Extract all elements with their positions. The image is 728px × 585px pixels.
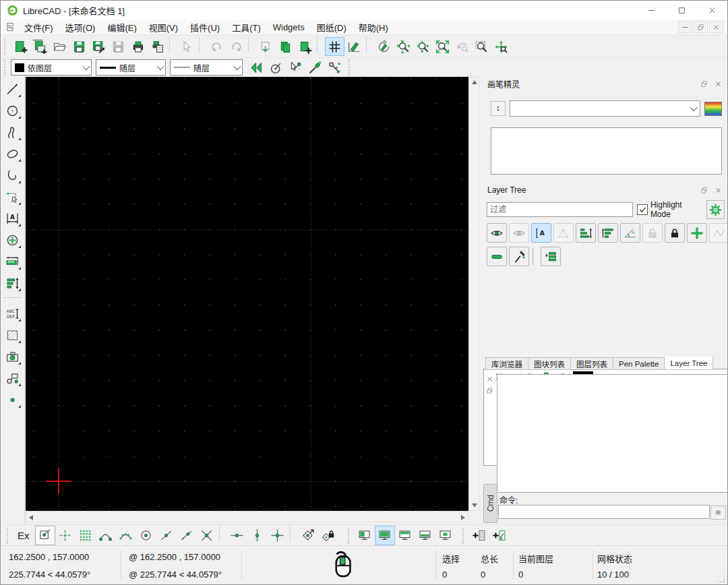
snap-free-button[interactable]	[35, 526, 55, 545]
command-history[interactable]	[497, 374, 728, 493]
menu-help[interactable]: 帮助(H)	[353, 20, 394, 34]
tab-pen-palette[interactable]: Pen Palette	[613, 357, 665, 370]
layers-construction-button[interactable]	[553, 223, 574, 243]
layer-filter-input[interactable]	[487, 202, 633, 217]
dimension-tool-button[interactable]: A	[2, 209, 23, 228]
lock-relative-zero-button[interactable]	[318, 526, 338, 545]
layers-hide-all-button[interactable]	[509, 223, 529, 243]
panel-close-button[interactable]	[712, 79, 724, 89]
file-open-button[interactable]	[50, 37, 69, 56]
file-save-all-button[interactable]	[109, 37, 128, 56]
draw-line-button[interactable]	[2, 80, 23, 99]
horizontal-scrollbar[interactable]	[26, 512, 468, 522]
draw-spline-button[interactable]	[2, 123, 23, 142]
layers-angle-button[interactable]: A	[620, 223, 640, 243]
drawing-canvas[interactable]	[26, 77, 468, 511]
pen-favorites-list[interactable]	[491, 127, 722, 175]
zoom-pan-button[interactable]	[491, 37, 511, 56]
menu-options[interactable]: 选项(O)	[59, 20, 102, 34]
file-save-as-button[interactable]	[89, 37, 109, 56]
measure-tool-button[interactable]	[2, 252, 23, 272]
layer-settings-button[interactable]	[706, 200, 725, 219]
pen-brush-button[interactable]	[305, 58, 325, 77]
panel-close-button[interactable]	[712, 185, 724, 195]
zoom-window-button[interactable]	[472, 37, 491, 56]
select-tool-button[interactable]	[2, 187, 23, 207]
pen-back-button[interactable]	[247, 58, 266, 77]
draw-hatch-button[interactable]	[2, 326, 23, 345]
layers-measure-button[interactable]	[709, 223, 728, 243]
dock-top-button[interactable]	[395, 526, 415, 545]
color-palette-button[interactable]	[704, 102, 722, 116]
cut-button[interactable]	[256, 37, 276, 56]
command-float-button[interactable]	[484, 386, 495, 396]
command-input[interactable]	[498, 505, 710, 519]
mdi-close-button[interactable]	[709, 21, 723, 33]
file-save-button[interactable]	[69, 37, 89, 56]
toolbar-handle[interactable]	[7, 528, 11, 544]
file-new-button[interactable]	[11, 37, 30, 56]
layers-rename-button[interactable]: A	[531, 223, 551, 243]
restrict-orthogonal-button[interactable]	[268, 526, 288, 545]
zoom-auto-button[interactable]	[433, 37, 452, 56]
layers-unlock-button[interactable]	[642, 223, 663, 243]
draft-mode-button[interactable]	[344, 37, 364, 56]
tab-block-list[interactable]: 图块列表	[528, 357, 571, 370]
pen-copy-button[interactable]	[325, 58, 344, 77]
pen-angle-button[interactable]	[266, 58, 286, 77]
highlight-mode-toggle[interactable]: Highlight Mode	[637, 200, 702, 219]
draw-ellipse-button[interactable]	[2, 144, 23, 164]
restrict-vertical-button[interactable]	[247, 526, 268, 545]
snap-distance-button[interactable]	[177, 526, 197, 545]
paste-button[interactable]	[295, 37, 315, 56]
menu-file[interactable]: 文件(F)	[18, 20, 59, 34]
tab-layer-list[interactable]: 图层列表	[570, 357, 613, 370]
resize-grip[interactable]	[717, 574, 726, 584]
mdi-minimize-button[interactable]	[678, 21, 692, 33]
toolbar-handle[interactable]	[348, 59, 353, 75]
menu-drawings[interactable]: 图纸(D)	[311, 20, 353, 34]
redo-button[interactable]	[226, 37, 246, 56]
menu-edit[interactable]: 编辑(E)	[101, 20, 142, 34]
layer-list-button[interactable]	[541, 247, 561, 266]
pen-linetype-combo[interactable]: 随层	[170, 59, 243, 75]
toolbar-handle[interactable]	[348, 528, 353, 544]
modify-tool-button[interactable]	[2, 230, 23, 250]
draw-image-button[interactable]	[2, 347, 23, 367]
maximize-button[interactable]	[667, 1, 697, 20]
pen-wizard-combo[interactable]	[510, 100, 700, 117]
file-new-template-button[interactable]	[30, 37, 50, 56]
toolbar-handle[interactable]	[462, 528, 467, 544]
snap-entity-button[interactable]	[116, 526, 136, 545]
pen-color-combo[interactable]: 依图层	[11, 59, 92, 75]
layers-lock-button[interactable]	[665, 223, 685, 243]
dock-left-button[interactable]	[355, 526, 375, 545]
pen-order-button[interactable]	[491, 101, 506, 116]
panel-float-button[interactable]	[698, 185, 710, 195]
snap-grid-button[interactable]	[55, 526, 75, 545]
tab-library-browser[interactable]: 库浏览器	[485, 357, 528, 370]
zoom-out-button[interactable]	[413, 37, 433, 56]
redraw-button[interactable]	[374, 37, 394, 56]
close-button[interactable]	[697, 1, 727, 20]
snap-endpoint-button[interactable]	[96, 526, 116, 545]
dock-float-button[interactable]	[435, 526, 456, 545]
snap-intersection-button[interactable]	[197, 526, 217, 545]
print-button[interactable]	[128, 37, 148, 56]
undo-button[interactable]	[207, 37, 226, 56]
toolbar-handle[interactable]	[4, 59, 9, 75]
menu-view[interactable]: 视图(V)	[143, 20, 184, 34]
mdi-restore-button[interactable]	[694, 21, 708, 33]
grid-toggle-button[interactable]	[325, 37, 344, 56]
pen-pick-button[interactable]	[286, 58, 305, 77]
vertical-scrollbar[interactable]	[468, 77, 479, 511]
layer-remove-button[interactable]	[487, 247, 507, 266]
dock-bottom-button[interactable]	[415, 526, 435, 545]
toolbar-handle[interactable]	[4, 38, 9, 55]
layers-sort-top-button[interactable]	[598, 223, 618, 243]
layers-show-all-button[interactable]	[487, 223, 507, 243]
copy-button[interactable]	[276, 37, 295, 56]
snap-points-button[interactable]	[75, 526, 96, 545]
add-pen-palette-button[interactable]	[489, 526, 510, 545]
menu-tools[interactable]: 工具(T)	[226, 20, 267, 34]
